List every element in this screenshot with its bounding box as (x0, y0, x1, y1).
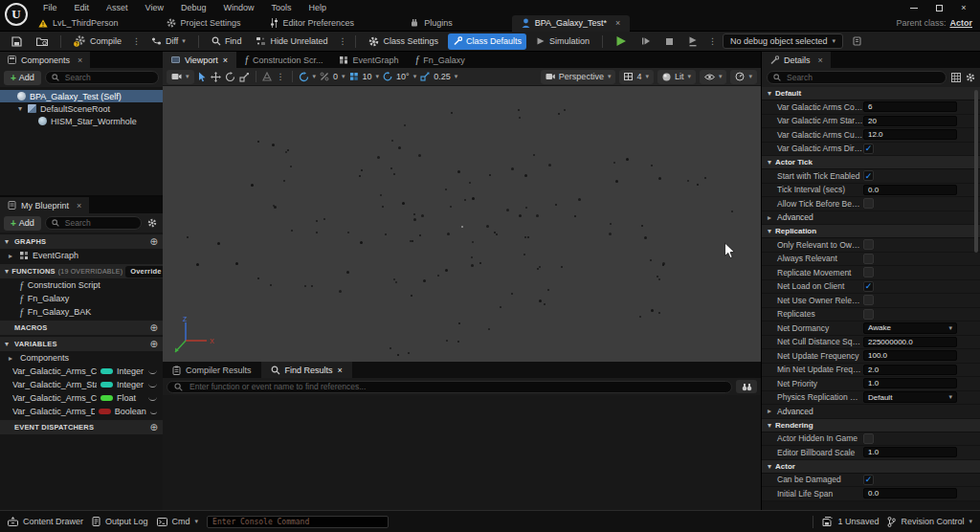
hide-unrelated-options-icon[interactable]: ⋮ (337, 36, 347, 46)
property-checkbox[interactable] (863, 295, 874, 305)
camera-options-button[interactable]: ▾ (167, 70, 194, 84)
stop-button[interactable] (660, 33, 679, 50)
my-blueprint-search-input[interactable] (63, 217, 135, 229)
blueprint-section-header[interactable]: EVENT DISPATCHERS⊕ (0, 420, 163, 434)
property-checkbox[interactable]: ✓ (863, 170, 874, 181)
caret-icon[interactable]: ▸ (9, 252, 15, 260)
rotate-tool-icon[interactable] (225, 72, 235, 82)
close-icon[interactable]: × (223, 55, 228, 65)
play-options-icon[interactable]: ⋮ (707, 36, 718, 46)
details-search[interactable] (767, 71, 947, 84)
play-button[interactable] (611, 33, 632, 50)
property-value-input[interactable] (863, 378, 957, 388)
menu-asset[interactable]: Asset (98, 0, 137, 15)
add-section-item-icon[interactable]: ⊕ (149, 322, 158, 333)
add-section-item-icon[interactable]: ⊕ (149, 236, 158, 247)
property-value-input[interactable] (863, 488, 957, 499)
unsaved-button[interactable]: 1 Unsaved (822, 517, 879, 526)
caret-icon[interactable]: ▾ (5, 267, 9, 276)
menu-file[interactable]: File (34, 0, 66, 15)
add-blueprint-item-button[interactable]: +Add (4, 216, 41, 231)
my-blueprint-tab[interactable]: My Blueprint × (0, 197, 89, 213)
menu-debug[interactable]: Debug (172, 0, 215, 15)
components-search-input[interactable] (63, 72, 152, 83)
angle-snap-button[interactable]: 0 ▾ (320, 72, 345, 81)
blueprint-item[interactable]: fConstruction Script (0, 278, 163, 292)
class-settings-button[interactable]: Class Settings (364, 33, 443, 50)
find-results-tab[interactable]: Find Results × (261, 362, 352, 378)
property-dropdown[interactable]: Awake▾ (863, 322, 957, 334)
caret-icon[interactable]: ▾ (768, 158, 771, 166)
doc-tab-fn-galaxy[interactable]: fFn_Galaxy (407, 52, 473, 68)
blueprint-section-header[interactable]: ▾VARIABLES⊕ (0, 337, 163, 351)
property-checkbox[interactable]: ✓ (863, 144, 874, 154)
menu-help[interactable]: Help (300, 0, 335, 15)
menu-view[interactable]: View (137, 0, 172, 15)
property-value-input[interactable] (863, 185, 957, 195)
tab-editor-preferences[interactable]: Editor Preferences (260, 15, 365, 32)
coordinate-system-button[interactable]: ▾ (299, 72, 317, 82)
frame-skip-button[interactable] (636, 33, 656, 50)
menu-edit[interactable]: Edit (66, 0, 99, 15)
global-find-button[interactable] (736, 380, 757, 393)
property-checkbox[interactable] (863, 239, 874, 250)
blueprint-item[interactable]: ▸Components (0, 351, 163, 365)
close-icon[interactable]: × (77, 201, 81, 211)
add-component-button[interactable]: +Add (4, 71, 41, 85)
eye-closed-icon[interactable] (150, 410, 157, 414)
property-value-input[interactable] (863, 350, 957, 361)
add-section-item-icon[interactable]: ⊕ (149, 339, 158, 349)
property-value-input[interactable] (863, 116, 957, 126)
content-drawer-button[interactable]: Content Drawer (8, 517, 83, 526)
details-section-header[interactable]: ▾Replication (762, 225, 980, 238)
close-icon[interactable]: × (953, 2, 974, 14)
compile-options-icon[interactable]: ⋮ (131, 36, 142, 46)
select-tool-icon[interactable] (198, 72, 207, 82)
tab-bpa-galaxy-test[interactable]: BPA_Galaxy_Test* × (512, 15, 631, 32)
parent-class-value[interactable]: Actor (949, 18, 972, 28)
snap-options-icon[interactable]: ⋮ (276, 72, 286, 81)
grid-snap-button[interactable]: 10 ▾ (349, 72, 380, 81)
blueprint-section-header[interactable]: ▾GRAPHS⊕ (0, 234, 163, 249)
hide-unrelated-button[interactable]: Hide Unrelated (251, 33, 332, 50)
details-settings-gear-icon[interactable] (966, 73, 975, 82)
class-defaults-button[interactable]: Class Defaults (448, 33, 526, 50)
output-log-button[interactable]: Output Log (92, 517, 148, 526)
perspective-dropdown[interactable]: Perspective ▾ (541, 70, 616, 84)
caret-icon[interactable]: ▸ (762, 407, 771, 415)
cmd-dropdown[interactable]: Cmd ▾ (157, 517, 199, 526)
details-tab[interactable]: Details × (762, 52, 831, 68)
eye-closed-icon[interactable] (148, 369, 157, 374)
menu-tools[interactable]: Tools (262, 0, 300, 15)
component-tree-item[interactable]: HISM_Star_Wormhole (0, 115, 163, 127)
details-section-header[interactable]: ▾Actor Tick (762, 156, 980, 169)
close-icon[interactable]: × (615, 18, 620, 28)
gear-icon[interactable] (145, 218, 159, 228)
caret-icon[interactable]: ▾ (768, 227, 771, 235)
tab-project-settings[interactable]: Project Settings (157, 15, 251, 32)
details-section-header[interactable]: ▾Default (762, 87, 980, 100)
close-icon[interactable]: × (338, 366, 343, 375)
caret-icon[interactable]: ▾ (16, 104, 24, 113)
property-matrix-icon[interactable] (951, 73, 961, 82)
scale-tool-icon[interactable] (239, 72, 250, 82)
components-search[interactable] (45, 71, 159, 84)
lit-mode-dropdown[interactable]: Lit ▾ (657, 70, 696, 84)
blueprint-variable[interactable]: Var_Galactic_Arm_Stars_CInteger (0, 378, 163, 391)
property-checkbox[interactable]: ✓ (863, 281, 874, 292)
details-section-header[interactable]: ▾Rendering (762, 419, 980, 432)
menu-window[interactable]: Window (214, 0, 262, 15)
save-button[interactable] (7, 33, 27, 50)
property-checkbox[interactable] (863, 267, 874, 277)
blueprint-section-header[interactable]: ▾FUNCTIONS(19 OVERRIDABLE)Override ▾⊕ (0, 264, 163, 278)
blueprint-variable[interactable]: Var_Galactic_Arms_DirectiBoolean (0, 405, 163, 418)
caret-icon[interactable]: ▾ (5, 340, 11, 348)
property-value-input[interactable] (863, 129, 957, 140)
component-tree-item[interactable]: BPA_Galaxy_Test (Self) (0, 90, 163, 102)
add-section-item-icon[interactable]: ⊕ (149, 422, 158, 432)
move-tool-icon[interactable] (211, 72, 221, 82)
blueprint-section-header[interactable]: MACROS⊕ (0, 321, 163, 335)
components-tab[interactable]: Components × (0, 52, 90, 68)
property-checkbox[interactable] (863, 198, 874, 209)
tab-plugins[interactable]: Plugins (400, 15, 462, 32)
